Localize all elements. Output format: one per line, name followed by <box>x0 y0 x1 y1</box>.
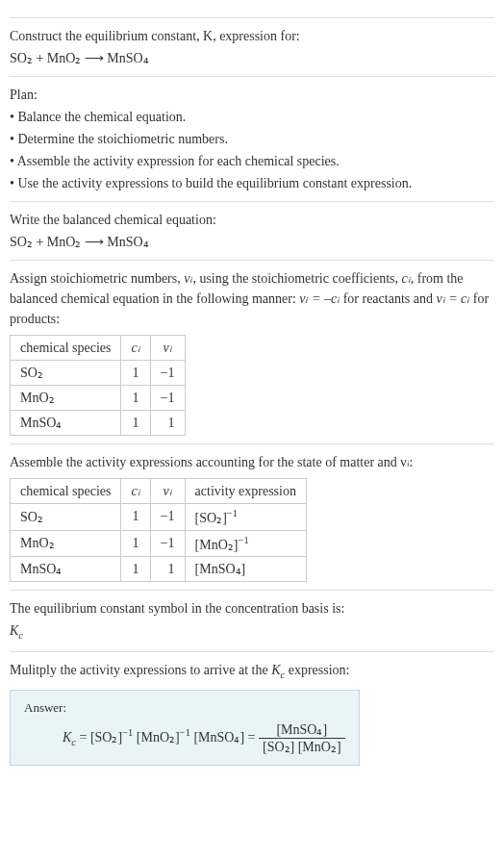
multiply-text: Mulitply the activity expressions to arr… <box>10 660 494 683</box>
multiply-a: Mulitply the activity expressions to arr… <box>10 663 271 677</box>
activity-section: Assemble the activity expressions accoun… <box>10 443 494 582</box>
plan-section: Plan: • Balance the chemical equation. •… <box>10 76 494 193</box>
fraction: [MnSO₄] [SO₂] [MnO₂] <box>259 721 345 755</box>
prompt-equation: SO₂ + MnO₂ ⟶ MnSO₄ <box>10 48 494 68</box>
equals2: = <box>244 730 259 745</box>
k-letter: K <box>271 663 280 677</box>
col-activity: activity expression <box>185 479 306 504</box>
answer-equation: Kc = [SO₂]−1 [MnO₂]−1 [MnSO₄] = [MnSO₄] … <box>63 721 345 755</box>
cell-ci: 1 <box>121 530 150 557</box>
table-row: SO₂ 1 −1 <box>11 361 186 386</box>
stoich-text-a: Assign stoichiometric numbers, <box>10 271 184 286</box>
cell-nu: −1 <box>150 504 185 531</box>
cell-species: SO₂ <box>11 361 121 386</box>
stoich-text-b: , using the stoichiometric coefficients, <box>192 271 401 286</box>
plan-heading: Plan: <box>10 85 494 105</box>
rel-prod: νᵢ = cᵢ <box>436 291 469 306</box>
prompt-text: Construct the equilibrium constant, K, e… <box>10 26 494 46</box>
col-species: chemical species <box>11 336 121 361</box>
col-ci: cᵢ <box>121 479 150 504</box>
cell-species: MnO₂ <box>11 386 121 411</box>
table-row: MnO₂ 1 −1 <box>11 386 186 411</box>
table-header-row: chemical species cᵢ νᵢ <box>11 336 186 361</box>
cell-ci: 1 <box>121 361 150 386</box>
cell-nu: 1 <box>150 411 185 436</box>
activity-base: [SO₂] <box>195 511 227 525</box>
cell-nu: −1 <box>150 530 185 557</box>
cell-species: MnSO₄ <box>11 557 121 582</box>
stoich-section: Assign stoichiometric numbers, νᵢ, using… <box>10 260 494 436</box>
cell-activity: [MnO₂]−1 <box>185 530 306 557</box>
ci-symbol: cᵢ <box>402 271 411 286</box>
table-row: MnO₂ 1 −1 [MnO₂]−1 <box>11 530 307 557</box>
cell-activity: [SO₂]−1 <box>185 504 306 531</box>
fraction-den: [SO₂] [MnO₂] <box>259 739 345 755</box>
cell-activity: [MnSO₄] <box>185 557 306 582</box>
prompt-line: Construct the equilibrium constant, K, e… <box>10 29 300 43</box>
plan-bullet: • Assemble the activity expression for e… <box>10 151 494 171</box>
answer-label: Answer: <box>24 700 345 716</box>
balanced-equation: SO₂ + MnO₂ ⟶ MnSO₄ <box>10 232 494 252</box>
cell-nu: 1 <box>150 557 185 582</box>
stoich-text-d: for reactants and <box>340 291 436 306</box>
kc-symbol: Kc <box>10 620 494 644</box>
col-nu: νᵢ <box>150 479 185 504</box>
plan-bullet: • Use the activity expressions to build … <box>10 173 494 193</box>
activity-exp: −1 <box>238 535 248 545</box>
activity-heading: Assemble the activity expressions accoun… <box>10 452 494 472</box>
cell-ci: 1 <box>121 504 150 531</box>
table-row: MnSO₄ 1 1 [MnSO₄] <box>11 557 307 582</box>
stoich-text: Assign stoichiometric numbers, νᵢ, using… <box>10 268 494 329</box>
balanced-heading: Write the balanced chemical equation: <box>10 210 494 230</box>
term3: [MnSO₄] <box>193 730 244 745</box>
term1-base: [SO₂] <box>90 730 122 745</box>
table-header-row: chemical species cᵢ νᵢ activity expressi… <box>11 479 307 504</box>
cell-ci: 1 <box>121 557 150 582</box>
stoich-table: chemical species cᵢ νᵢ SO₂ 1 −1 MnO₂ 1 −… <box>10 335 186 436</box>
activity-base: [MnO₂] <box>195 537 239 551</box>
cell-ci: 1 <box>121 411 150 436</box>
activity-table: chemical species cᵢ νᵢ activity expressi… <box>10 478 307 582</box>
cell-species: SO₂ <box>11 504 121 531</box>
equals: = <box>76 730 90 745</box>
k-letter: K <box>10 623 18 638</box>
table-row: SO₂ 1 −1 [SO₂]−1 <box>11 504 307 531</box>
fraction-num: [MnSO₄] <box>259 721 345 739</box>
cell-species: MnO₂ <box>11 530 121 557</box>
table-row: MnSO₄ 1 1 <box>11 411 186 436</box>
kc-symbol-text: The equilibrium constant symbol in the c… <box>10 598 494 619</box>
prompt-section: Construct the equilibrium constant, K, e… <box>10 17 494 68</box>
col-ci: cᵢ <box>121 336 150 361</box>
col-species: chemical species <box>11 479 121 504</box>
cell-ci: 1 <box>121 386 150 411</box>
cell-species: MnSO₄ <box>11 411 121 436</box>
rel-react: νᵢ = –cᵢ <box>299 291 340 306</box>
answer-box: Answer: Kc = [SO₂]−1 [MnO₂]−1 [MnSO₄] = … <box>10 690 360 766</box>
balanced-section: Write the balanced chemical equation: SO… <box>10 201 494 252</box>
c-subscript: c <box>18 630 23 641</box>
multiply-b: expression: <box>285 663 349 677</box>
kc-symbol-section: The equilibrium constant symbol in the c… <box>10 590 494 644</box>
activity-exp: −1 <box>227 508 238 518</box>
term2-base: [MnO₂] <box>137 730 180 745</box>
term1-exp: −1 <box>122 727 133 738</box>
cell-nu: −1 <box>150 386 185 411</box>
cell-nu: −1 <box>150 361 185 386</box>
term2-exp: −1 <box>180 727 190 738</box>
plan-bullet: • Determine the stoichiometric numbers. <box>10 129 494 149</box>
col-nu: νᵢ <box>150 336 185 361</box>
k-letter: K <box>63 730 71 745</box>
plan-bullet: • Balance the chemical equation. <box>10 107 494 127</box>
multiply-section: Mulitply the activity expressions to arr… <box>10 651 494 767</box>
